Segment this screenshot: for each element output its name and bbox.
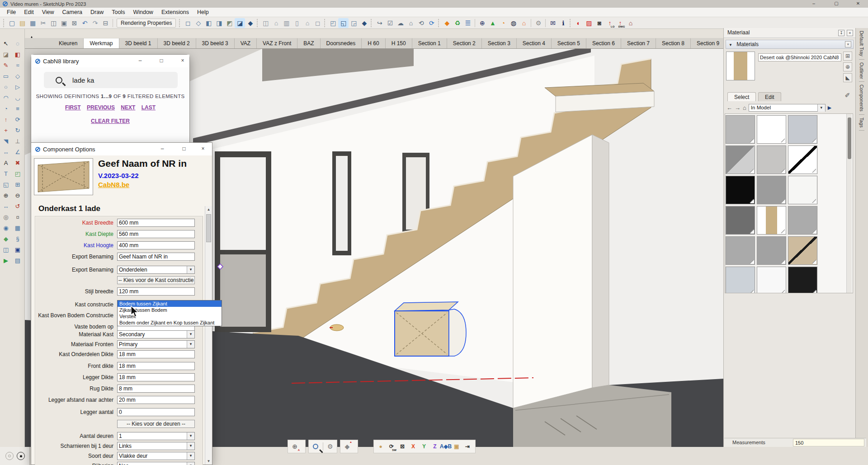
kast-hoogte-input[interactable]	[117, 241, 195, 249]
kast-onderdelen-dikte-input[interactable]	[117, 350, 195, 358]
form-scrollbar[interactable]: ▲ ▼	[205, 206, 212, 465]
view-style-monochrome-icon[interactable]: ◩	[224, 18, 235, 28]
scroll-up-icon[interactable]: ▲	[205, 206, 212, 213]
export-page-icon[interactable]: ⇥	[462, 442, 473, 451]
tool-rotate[interactable]: ↻	[13, 126, 23, 135]
legger-dikte-input[interactable]	[117, 373, 195, 381]
view-style-hidden-line-icon[interactable]: ◇	[193, 18, 203, 28]
tool-paint-alt[interactable]: §	[13, 234, 23, 243]
material-swatch-10[interactable]	[726, 206, 755, 235]
tool-extension-d[interactable]: ▤	[13, 256, 23, 265]
tool-extension-c[interactable]: ▶	[1, 256, 11, 265]
material-swatch-11[interactable]	[757, 206, 786, 235]
first-link[interactable]: FIRST	[65, 104, 81, 111]
settings-gear-icon[interactable]: ⚙	[325, 442, 336, 451]
open-file-icon[interactable]: ▤	[17, 18, 28, 28]
sample-paint-eyedropper-icon[interactable]: ✎	[844, 92, 851, 98]
scrollbar-thumb[interactable]	[206, 214, 211, 242]
menu-draw[interactable]: Draw	[86, 9, 108, 15]
info-icon[interactable]: ℹ	[558, 18, 568, 28]
tool-zoom-in[interactable]: ⊕	[1, 191, 11, 200]
export-dwg-icon[interactable]: ↑DWG	[615, 18, 625, 28]
settings-gear-icon[interactable]: ⚙	[533, 18, 543, 28]
view-style-wireframe-icon[interactable]: ◻	[183, 18, 193, 28]
human-figure-icon[interactable]	[17, 452, 25, 460]
menu-view[interactable]: View	[38, 9, 58, 15]
kies-kast-constructie-button[interactable]: -- Kies voor de Kast constructie --	[117, 276, 195, 284]
tool-look-around[interactable]: ◉	[1, 223, 11, 232]
export-benaming-select[interactable]: Onderdelen▾	[117, 266, 195, 274]
menu-window[interactable]: Window	[129, 9, 157, 15]
forward-arrow-icon[interactable]: →	[735, 104, 741, 111]
crossed-box-icon[interactable]: ⊠	[397, 442, 408, 451]
tool-3d-text[interactable]: T	[1, 169, 11, 178]
tool-axes[interactable]: ✖	[13, 158, 23, 167]
house-flame-icon[interactable]: ⌂	[519, 18, 529, 28]
tool-line[interactable]: ✎	[1, 61, 11, 70]
tab-section-3[interactable]: Section 3	[482, 38, 517, 48]
create-material-icon[interactable]: ⊕	[843, 62, 852, 71]
scharnieren-select[interactable]: Links▾	[117, 442, 195, 450]
front-dikte-input[interactable]	[117, 362, 195, 370]
menu-edit[interactable]: Edit	[20, 9, 38, 15]
kast-breedte-input[interactable]	[117, 219, 195, 227]
tool-push-pull[interactable]: ↑	[1, 115, 11, 124]
material-swatch-12[interactable]	[788, 206, 817, 235]
zoom-magnifier-icon[interactable]	[310, 442, 321, 451]
material-swatch-5[interactable]	[757, 146, 786, 174]
tab-vaz-z-front[interactable]: VAZ z Front	[257, 38, 297, 48]
window-close-button[interactable]: ✕	[849, 0, 867, 8]
tray-tab-outliner[interactable]: Outliner	[859, 60, 864, 82]
tab-werkmap[interactable]: Werkmap	[84, 38, 119, 48]
tab-vaz[interactable]: VAZ	[235, 38, 257, 48]
drop-component-icon[interactable]: ◆▲	[342, 442, 353, 451]
tab-section-9[interactable]: Section 9	[691, 38, 726, 48]
cut-icon[interactable]: ✂	[38, 18, 48, 28]
tool-eraser[interactable]: ◪	[1, 50, 11, 59]
section-close-icon[interactable]: ×	[845, 41, 851, 47]
redo-icon[interactable]: ↷	[90, 18, 100, 28]
tab-section-4[interactable]: Section 4	[517, 38, 552, 48]
tool-two-point-arc[interactable]: ◡	[13, 93, 23, 102]
tool-select[interactable]: ↖	[1, 39, 11, 48]
save-icon[interactable]: ▦	[28, 18, 38, 28]
in-model-dropdown[interactable]: In Model▾	[749, 104, 826, 112]
legger-aantal-input[interactable]	[117, 408, 195, 416]
render-ball-icon[interactable]: ◐	[573, 18, 584, 28]
active-material-name[interactable]: Desert oak @Shinnoki 2020 CabN8	[758, 53, 841, 61]
export-lo-icon[interactable]: ↑LO	[604, 18, 615, 28]
tool-walk[interactable]: ¤	[13, 212, 23, 221]
scrollbar-thumb[interactable]	[848, 117, 851, 159]
cabn8-minimize-button[interactable]: –	[137, 57, 144, 64]
tab-h-150[interactable]: H 150	[386, 38, 412, 48]
material-swatch-13[interactable]	[726, 236, 755, 265]
home-icon[interactable]: ⌂	[743, 104, 746, 111]
panel-close-icon[interactable]: ×	[847, 30, 853, 36]
material-swatch-3[interactable]	[788, 115, 817, 144]
pin-icon[interactable]: ↧	[838, 30, 844, 36]
tray-tab-components[interactable]: Components	[859, 82, 864, 115]
reload-icon[interactable]: ⟲	[416, 18, 426, 28]
paste-icon[interactable]: ▣	[59, 18, 69, 28]
tool-protractor[interactable]: ∠	[13, 147, 23, 156]
tool-lasso[interactable]: ◌	[13, 39, 23, 48]
tab-baz[interactable]: BAZ	[297, 38, 320, 48]
tab-section-1[interactable]: Section 1	[412, 38, 447, 48]
material-swatch-15[interactable]	[788, 236, 817, 265]
tab-3d-beeld-3[interactable]: 3D beeld 3	[196, 38, 235, 48]
cabn8-diamond-icon[interactable]: ◆	[442, 18, 452, 28]
tree-icon[interactable]: ▲	[487, 18, 498, 28]
tab-section-5[interactable]: Section 5	[552, 38, 586, 48]
dropdown-option[interactable]: Bodem onder Zijkant en Kop tussen Zijkan…	[118, 319, 222, 326]
tab-section-8[interactable]: Section 8	[656, 38, 691, 48]
tool-extension-a[interactable]: ◫	[1, 245, 11, 254]
tool-extension-b[interactable]: ▣	[13, 245, 23, 254]
stijl-breedte-input[interactable]	[117, 287, 195, 296]
material-swatch-1[interactable]	[726, 115, 755, 144]
fan-icon[interactable]: ◔	[498, 18, 508, 28]
details-arrow-icon[interactable]: ▶	[828, 105, 831, 111]
measurements-input[interactable]	[793, 439, 864, 446]
tool-freehand[interactable]: ≈	[13, 61, 23, 70]
material-swatch-17[interactable]	[757, 267, 786, 293]
wall-tool-4-icon[interactable]: ▯	[292, 18, 302, 28]
